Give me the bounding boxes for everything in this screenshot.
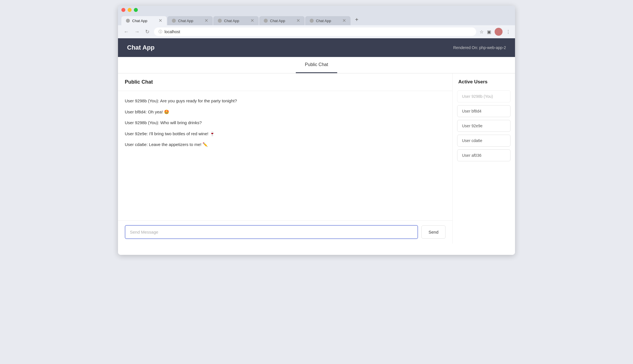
menu-button[interactable]: ⋮ (506, 29, 510, 35)
tab-2-label: Chat App (178, 19, 193, 23)
footer-spacer (118, 244, 515, 255)
address-text: localhost (164, 29, 180, 34)
tab-1-label: Chat App (132, 19, 147, 23)
forward-button[interactable]: → (133, 28, 141, 35)
tab-3-label: Chat App (224, 19, 239, 23)
chat-main: Public Chat User 9298b (You): Are you gu… (118, 73, 453, 244)
back-button[interactable]: ← (123, 28, 130, 35)
tab-4-close[interactable]: ✕ (296, 18, 300, 23)
tab-2[interactable]: Chat App ✕ (167, 16, 213, 25)
public-chat-tab[interactable]: Public Chat (296, 57, 337, 73)
close-button[interactable] (121, 8, 125, 12)
traffic-lights (121, 8, 512, 12)
message-2: User bf8d4: Oh yea! 🤩 (125, 109, 446, 115)
user-badge-5: User af036 (457, 149, 510, 161)
message-1: User 9298b (You): Are you guys ready for… (125, 98, 446, 104)
extensions-button[interactable]: ▣ (487, 29, 491, 35)
tab-favicon (310, 19, 314, 23)
tab-5[interactable]: Chat App ✕ (305, 16, 351, 25)
tab-1[interactable]: Chat App ✕ (121, 16, 167, 25)
tab-favicon (172, 19, 176, 23)
tab-favicon (126, 19, 130, 23)
message-3: User 9298b (You): Who will bring drinks? (125, 120, 446, 126)
messages-area: User 9298b (You): Are you guys ready for… (118, 91, 452, 220)
chat-section-title: Public Chat (125, 79, 153, 85)
message-4: User 92e9e: I'll bring two bottles of re… (125, 131, 446, 137)
tab-4[interactable]: Chat App ✕ (259, 16, 305, 25)
tab-favicon (218, 19, 222, 23)
user-badge-1: User 9298b (You) (457, 90, 510, 102)
tab-navigation: Public Chat (118, 57, 515, 73)
app-container: Chat App Rendered On: php-web-app-2 Publ… (118, 38, 515, 255)
tab-2-close[interactable]: ✕ (204, 18, 208, 23)
lock-icon: ⓘ (159, 29, 162, 34)
message-input-row: Send (118, 220, 452, 244)
address-bar[interactable]: ⓘ localhost (154, 27, 476, 36)
active-users-sidebar: Active Users User 9298b (You) User bf8d4… (453, 73, 515, 244)
bookmark-button[interactable]: ☆ (480, 29, 484, 35)
tabs-bar: Chat App ✕ Chat App ✕ Chat App ✕ Chat Ap… (121, 14, 512, 25)
send-button[interactable]: Send (421, 225, 446, 239)
browser-window: Chat App ✕ Chat App ✕ Chat App ✕ Chat Ap… (118, 6, 515, 255)
user-badge-3: User 92e9e (457, 120, 510, 132)
user-badge-4: User cda6e (457, 135, 510, 147)
tab-3-close[interactable]: ✕ (250, 18, 254, 23)
minimize-button[interactable] (128, 8, 132, 12)
chat-layout: Public Chat User 9298b (You): Are you gu… (118, 73, 515, 244)
new-tab-button[interactable]: + (351, 14, 362, 25)
app-title: Chat App (127, 44, 155, 51)
browser-chrome: Chat App ✕ Chat App ✕ Chat App ✕ Chat Ap… (118, 6, 515, 25)
tab-favicon (264, 19, 268, 23)
user-badge-2: User bf8d4 (457, 105, 510, 117)
tab-5-close[interactable]: ✕ (342, 18, 346, 23)
browser-actions: ☆ ▣ ⋮ (480, 28, 510, 36)
profile-avatar[interactable] (495, 28, 503, 36)
active-users-title: Active Users (457, 79, 510, 85)
tab-5-label: Chat App (316, 19, 331, 23)
chat-section-header: Public Chat (118, 73, 452, 91)
message-input[interactable] (125, 225, 418, 239)
tab-3[interactable]: Chat App ✕ (213, 16, 259, 25)
message-5: User cda6e: Leave the appetizers to me! … (125, 141, 446, 148)
tab-4-label: Chat App (270, 19, 285, 23)
rendered-on-text: Rendered On: php-web-app-2 (453, 45, 506, 50)
address-bar-row: ← → ↻ ⓘ localhost ☆ ▣ ⋮ (118, 25, 515, 38)
reload-button[interactable]: ↻ (144, 28, 151, 35)
app-header: Chat App Rendered On: php-web-app-2 (118, 38, 515, 57)
tab-1-close[interactable]: ✕ (159, 18, 162, 23)
maximize-button[interactable] (134, 8, 138, 12)
